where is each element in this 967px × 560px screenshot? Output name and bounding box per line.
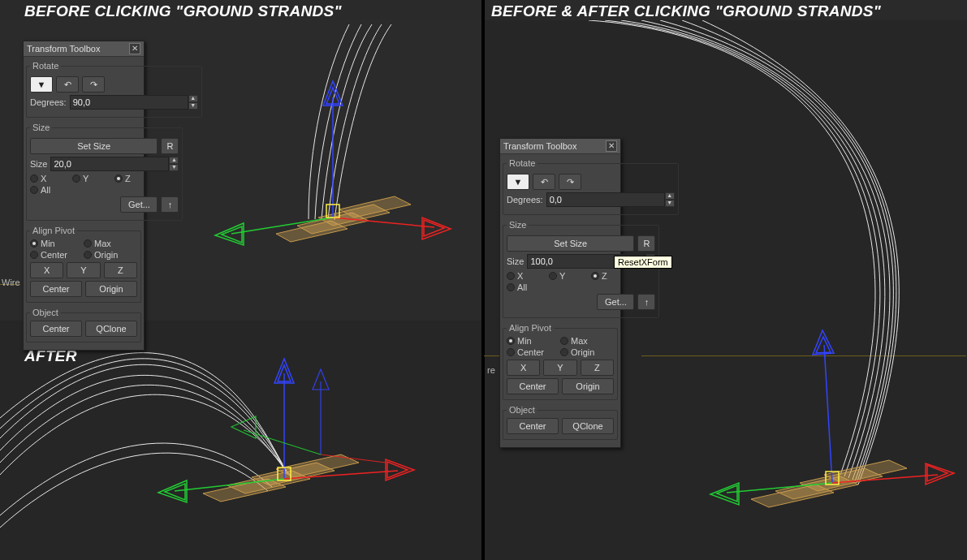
- object-qclone-button[interactable]: QClone: [85, 321, 137, 337]
- set-size-button[interactable]: Set Size: [30, 138, 158, 154]
- size-input[interactable]: [50, 157, 169, 171]
- align-min-radio[interactable]: [30, 239, 38, 248]
- align-z-button[interactable]: Z: [581, 360, 614, 376]
- group-rotate-legend: Rotate: [507, 158, 537, 168]
- align-center-button[interactable]: Center: [507, 378, 559, 394]
- transform-toolbox-left[interactable]: Transform Toolbox ✕ Rotate ▼ ↶ ↷ Degrees…: [23, 41, 145, 351]
- align-y-button[interactable]: Y: [543, 360, 576, 376]
- group-size-legend: Size: [507, 220, 529, 230]
- rotate-ccw-button[interactable]: ↶: [56, 76, 79, 93]
- size-label: Size: [30, 159, 47, 169]
- rotate-cw-button[interactable]: ↷: [559, 174, 581, 190]
- axis-y-radio[interactable]: [72, 174, 80, 183]
- arrow-up-button[interactable]: ↑: [637, 294, 655, 310]
- spin-up-icon[interactable]: ▲: [169, 157, 179, 164]
- ground-line: [641, 355, 966, 356]
- spin-up-icon[interactable]: ▲: [665, 192, 675, 200]
- degrees-input[interactable]: [70, 95, 188, 110]
- group-size: Size Set Size R Size ▲▼ X Y Z All Get...: [503, 220, 659, 318]
- axis-x-radio[interactable]: [30, 174, 38, 183]
- close-icon[interactable]: ✕: [129, 43, 140, 54]
- axis-all-radio[interactable]: [507, 283, 515, 291]
- degrees-label: Degrees:: [507, 195, 543, 205]
- align-y-button[interactable]: Y: [67, 262, 100, 278]
- transform-toolbox-right[interactable]: Transform Toolbox ✕ Rotate ▼ ↶ ↷ Degrees…: [499, 138, 621, 448]
- get-size-button[interactable]: Get...: [120, 196, 158, 213]
- toolbox-titlebar[interactable]: Transform Toolbox ✕: [500, 139, 620, 154]
- get-size-button[interactable]: Get...: [597, 294, 634, 310]
- viewport-label: re: [487, 365, 495, 375]
- size-label: Size: [507, 256, 524, 266]
- set-size-button[interactable]: Set Size: [507, 235, 634, 252]
- axis-z-radio[interactable]: [114, 174, 123, 183]
- ground-line: [484, 355, 500, 356]
- group-size-legend: Size: [30, 123, 52, 132]
- axis-x-radio[interactable]: [507, 272, 515, 280]
- rotate-ccw-button[interactable]: ↶: [533, 174, 555, 190]
- viewport-label: Wire: [2, 278, 20, 287]
- rotate-axis-dropdown[interactable]: ▼: [507, 174, 529, 190]
- align-max-radio[interactable]: [560, 337, 568, 345]
- toolbox-title: Transform Toolbox: [503, 141, 576, 151]
- toolbox-title: Transform Toolbox: [27, 44, 100, 54]
- caption-before: BEFORE CLICKING "GROUND STRANDS": [24, 2, 342, 20]
- rotate-cw-button[interactable]: ↷: [82, 76, 105, 93]
- degrees-input[interactable]: [546, 192, 665, 207]
- spin-down-icon[interactable]: ▼: [665, 200, 675, 207]
- group-object-legend: Object: [30, 308, 61, 317]
- degrees-label: Degrees:: [30, 97, 67, 107]
- group-object: Object Center QClone: [26, 308, 141, 342]
- align-max-radio[interactable]: [84, 239, 92, 248]
- object-qclone-button[interactable]: QClone: [562, 418, 614, 434]
- vertical-divider: [481, 0, 485, 560]
- group-rotate-legend: Rotate: [30, 61, 61, 71]
- align-x-button[interactable]: X: [507, 360, 540, 376]
- degrees-spinner[interactable]: ▲▼: [546, 192, 675, 207]
- axis-y-radio[interactable]: [549, 272, 557, 280]
- group-align-legend: Align Pivot: [30, 226, 77, 235]
- caption-right: BEFORE & AFTER CLICKING "GROUND STRANDS": [491, 2, 881, 20]
- tooltip-resetxform: ResetXForm: [614, 256, 672, 269]
- group-rotate: Rotate ▼ ↶ ↷ Degrees: ▲▼: [503, 158, 679, 215]
- reset-size-button[interactable]: R: [161, 138, 179, 154]
- align-center-button[interactable]: Center: [30, 281, 82, 297]
- align-z-button[interactable]: Z: [104, 262, 137, 278]
- degrees-spinner[interactable]: ▲▼: [70, 95, 198, 110]
- rotate-axis-dropdown[interactable]: ▼: [30, 76, 53, 93]
- align-min-radio[interactable]: [507, 337, 515, 345]
- group-rotate: Rotate ▼ ↶ ↷ Degrees: ▲▼: [26, 61, 202, 118]
- object-center-button[interactable]: Center: [507, 418, 559, 434]
- arrow-up-button[interactable]: ↑: [161, 196, 179, 213]
- size-spinner[interactable]: ▲▼: [50, 157, 179, 171]
- group-align-pivot: Align Pivot Min Max Center Origin X Y Z …: [503, 323, 618, 400]
- toolbox-titlebar[interactable]: Transform Toolbox ✕: [24, 41, 144, 57]
- reset-size-button[interactable]: R: [637, 235, 655, 252]
- group-align-pivot: Align Pivot Min Max Center Origin X Y Z …: [26, 226, 141, 303]
- align-center-radio[interactable]: [507, 348, 515, 356]
- align-origin-radio[interactable]: [560, 348, 568, 356]
- spin-down-icon[interactable]: ▼: [169, 164, 179, 171]
- align-center-radio[interactable]: [30, 251, 38, 259]
- align-origin-radio[interactable]: [84, 251, 92, 259]
- spin-up-icon[interactable]: ▲: [188, 95, 198, 102]
- group-object-legend: Object: [507, 405, 537, 415]
- axis-all-radio[interactable]: [30, 186, 38, 194]
- align-x-button[interactable]: X: [30, 262, 63, 278]
- align-origin-button[interactable]: Origin: [562, 378, 614, 394]
- object-center-button[interactable]: Center: [30, 321, 82, 337]
- spin-down-icon[interactable]: ▼: [188, 102, 198, 110]
- group-object: Object Center QClone: [503, 405, 618, 440]
- group-align-legend: Align Pivot: [507, 323, 554, 333]
- axis-z-radio[interactable]: [591, 272, 599, 280]
- close-icon[interactable]: ✕: [606, 140, 617, 152]
- group-size: Size Set Size R Size ▲▼ X Y Z All Get...: [26, 123, 183, 221]
- align-origin-button[interactable]: Origin: [85, 281, 137, 297]
